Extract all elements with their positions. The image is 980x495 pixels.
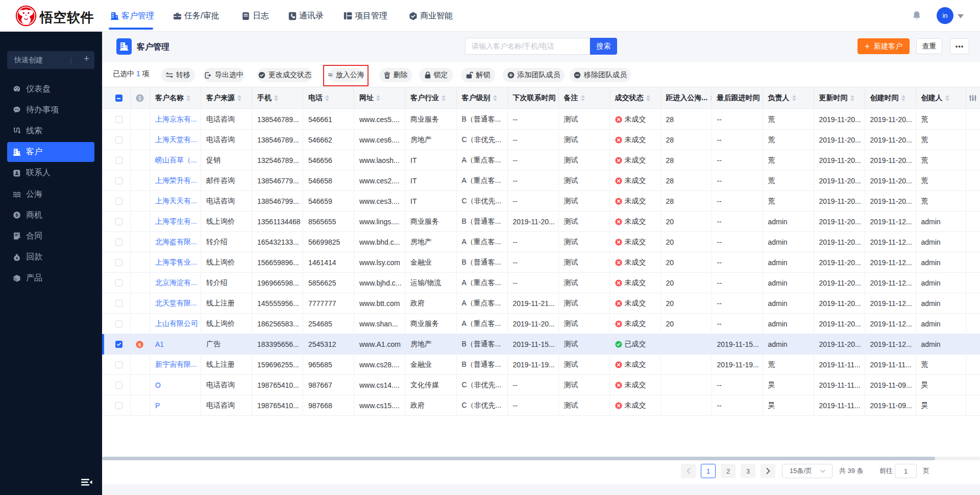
svg-text:$: $ [138, 96, 141, 101]
svg-text:$: $ [138, 342, 141, 347]
svg-text:$: $ [15, 213, 18, 218]
